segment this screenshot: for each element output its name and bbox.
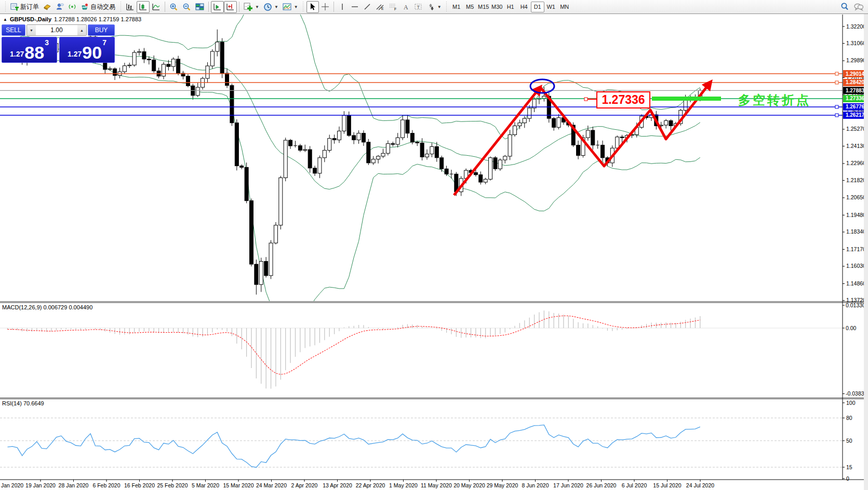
horizontal-price-lines[interactable]: [0, 72, 843, 117]
arrows-button[interactable]: ▼: [425, 1, 444, 13]
svg-text:22 Apr 2020: 22 Apr 2020: [356, 482, 385, 488]
templates-button[interactable]: ▼: [281, 1, 300, 13]
svg-text:2 Apr 2020: 2 Apr 2020: [291, 482, 318, 488]
svg-text:24 Mar 2020: 24 Mar 2020: [256, 482, 287, 488]
crosshair-button[interactable]: [319, 1, 331, 13]
search-button[interactable]: [838, 1, 851, 13]
tab-timeframe-m5[interactable]: M5: [463, 2, 477, 12]
svg-text:A: A: [404, 4, 408, 11]
tile-windows-button[interactable]: [193, 1, 206, 13]
svg-text:19 Jan 2020: 19 Jan 2020: [25, 482, 56, 488]
autoscroll-icon: [213, 3, 222, 11]
terminal-icon: [68, 3, 76, 11]
zoom-in-button[interactable]: [167, 1, 180, 13]
tab-timeframe-m15[interactable]: M15: [477, 2, 490, 12]
tab-timeframe-m30[interactable]: M30: [490, 2, 504, 12]
svg-text:6 Feb 2020: 6 Feb 2020: [92, 482, 120, 488]
toolbar-separator: [208, 2, 209, 12]
chart-shift-button[interactable]: [224, 1, 237, 13]
toolbar-grip: [4, 2, 6, 12]
chart-canvas[interactable]: 1.322001.310601.298901.287501.275901.264…: [0, 14, 868, 490]
tab-timeframe-h1[interactable]: H1: [504, 2, 517, 12]
volume-value[interactable]: 1.00: [36, 25, 77, 35]
line-chart-button[interactable]: [150, 1, 163, 13]
navigator-button[interactable]: [54, 1, 66, 13]
terminal-button[interactable]: [66, 1, 78, 13]
svg-text:1.20650: 1.20650: [846, 194, 866, 200]
horizontal-line-button[interactable]: [349, 1, 361, 13]
autotrade-button[interactable]: 自动交易: [78, 1, 117, 13]
tile-windows-icon: [195, 3, 204, 11]
pivot-level-bar[interactable]: [652, 97, 721, 101]
tab-timeframe-w1[interactable]: W1: [544, 2, 558, 12]
zoom-out-icon: [182, 3, 191, 11]
text-button[interactable]: A: [399, 1, 412, 13]
tab-timeframe-m1[interactable]: M1: [450, 2, 463, 12]
pivot-text-annotation[interactable]: 多空转折点: [738, 92, 811, 108]
indicators-button[interactable]: ▼: [242, 1, 261, 13]
svg-text:50: 50: [846, 438, 852, 444]
tab-timeframe-d1[interactable]: D1: [531, 2, 544, 12]
timeframe-group: M1M5M15M30H1H4D1W1MN: [450, 2, 571, 12]
svg-text:1.27336: 1.27336: [846, 96, 865, 101]
templates-icon: [283, 3, 292, 11]
chat-button[interactable]: [851, 1, 866, 13]
text-label-button[interactable]: T: [412, 1, 425, 13]
svg-text:1.26776: 1.26776: [846, 104, 865, 110]
equidistant-channel-button[interactable]: E: [373, 1, 386, 13]
buy-price-sup: 7: [102, 38, 106, 47]
sell-price-big: 88: [24, 45, 44, 60]
date-axis[interactable]: Jan 202019 Jan 202028 Jan 20206 Feb 2020…: [1, 480, 714, 488]
buy-button[interactable]: BUY: [88, 24, 115, 36]
svg-text:17 Jun 2020: 17 Jun 2020: [553, 482, 583, 488]
cursor-icon: [309, 3, 316, 11]
bar-chart-button[interactable]: [124, 1, 137, 13]
zoom-in-icon: [169, 3, 178, 11]
toolbar-grip: [302, 2, 304, 12]
candlestick-button[interactable]: [137, 1, 150, 13]
vertical-line-button[interactable]: [336, 1, 349, 13]
volume-stepper: ▼ 1.00 ▲: [26, 24, 87, 36]
chart-shift-icon: [226, 3, 235, 11]
autotrade-label: 自动交易: [90, 3, 115, 11]
collapse-trade-panel-icon[interactable]: ▲: [3, 17, 7, 22]
tab-timeframe-mn[interactable]: MN: [558, 2, 571, 12]
rsi-panel: [0, 418, 843, 467]
market-watch-button[interactable]: [41, 1, 54, 13]
svg-text:1.29014: 1.29014: [846, 71, 865, 77]
search-icon: [840, 2, 849, 11]
zoom-out-button[interactable]: [180, 1, 193, 13]
candlestick-icon: [139, 3, 148, 11]
trendline-button[interactable]: [361, 1, 373, 13]
svg-text:80: 80: [846, 415, 852, 421]
svg-text:1.21820: 1.21820: [846, 177, 866, 183]
volume-decrease-button[interactable]: ▼: [27, 25, 36, 35]
svg-text:1.32200: 1.32200: [846, 23, 866, 30]
svg-text:1.26217: 1.26217: [846, 112, 865, 118]
svg-text:1.19480: 1.19480: [846, 212, 866, 218]
cursor-button[interactable]: [306, 1, 319, 13]
sell-button[interactable]: SELL: [2, 24, 25, 36]
svg-text:15 Jul 2020: 15 Jul 2020: [653, 482, 681, 488]
new-order-button[interactable]: 新订单: [8, 1, 41, 13]
price-flag-annotation[interactable]: 1.27336: [596, 91, 650, 108]
svg-text:T: T: [417, 5, 420, 10]
buy-price-box[interactable]: 1.27 90 7: [59, 37, 115, 63]
text-icon: A: [402, 3, 409, 11]
fibonacci-icon: F: [389, 3, 397, 11]
autoscroll-button[interactable]: [211, 1, 224, 13]
toolbar-grip: [446, 2, 448, 12]
toolbar-separator: [165, 2, 165, 12]
volume-increase-button[interactable]: ▲: [77, 25, 86, 35]
svg-text:1.22960: 1.22960: [846, 160, 866, 166]
sell-price-box[interactable]: 1.27 88 3: [2, 37, 57, 63]
svg-text:13 Apr 2020: 13 Apr 2020: [323, 482, 352, 488]
periods-button[interactable]: ▼: [261, 1, 281, 13]
svg-text:1.28420: 1.28420: [846, 79, 865, 85]
tab-timeframe-h4[interactable]: H4: [517, 2, 531, 12]
svg-text:1.25270: 1.25270: [846, 126, 866, 132]
svg-text:6 Jul 2020: 6 Jul 2020: [622, 482, 647, 488]
panel-separators[interactable]: [0, 15, 868, 480]
fibonacci-button[interactable]: F: [386, 1, 399, 13]
svg-text:15 Mar 2020: 15 Mar 2020: [223, 482, 254, 488]
